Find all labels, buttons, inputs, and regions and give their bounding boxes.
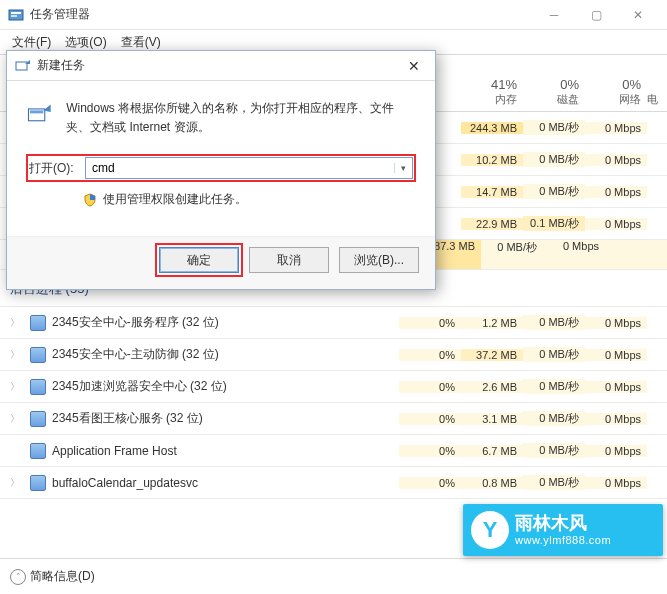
fewer-details-button[interactable]: ˄ 简略信息(D) xyxy=(10,568,95,585)
expand-icon[interactable]: 〉 xyxy=(10,348,24,362)
col-disk[interactable]: 0% 磁盘 xyxy=(523,77,585,111)
window-title: 任务管理器 xyxy=(30,6,533,23)
shield-icon xyxy=(83,193,97,207)
dialog-title: 新建任务 xyxy=(37,57,401,74)
process-table-bg: 〉2345安全中心-服务程序 (32 位) 0% 1.2 MB 0 MB/秒 0… xyxy=(0,307,667,499)
chevron-up-icon: ˄ xyxy=(10,569,26,585)
process-icon xyxy=(30,443,46,459)
admin-info: 使用管理权限创建此任务。 xyxy=(27,191,415,208)
process-name: 2345安全中心-主动防御 (32 位) xyxy=(52,346,219,363)
cancel-button[interactable]: 取消 xyxy=(249,247,329,273)
svg-rect-2 xyxy=(11,15,17,17)
open-input[interactable] xyxy=(86,158,394,178)
close-button[interactable]: ✕ xyxy=(617,0,659,30)
process-name: buffaloCalendar_updatesvc xyxy=(52,476,198,490)
svg-rect-5 xyxy=(30,110,43,113)
dialog-buttons: 确定 取消 浏览(B)... xyxy=(7,236,435,289)
expand-icon[interactable]: 〉 xyxy=(10,316,24,330)
process-name: 2345安全中心-服务程序 (32 位) xyxy=(52,314,219,331)
table-row[interactable]: 〉2345安全中心-服务程序 (32 位) 0% 1.2 MB 0 MB/秒 0… xyxy=(0,307,667,339)
table-row[interactable]: 〉Application Frame Host 0% 6.7 MB 0 MB/秒… xyxy=(0,435,667,467)
browse-button[interactable]: 浏览(B)... xyxy=(339,247,419,273)
expand-icon[interactable]: 〉 xyxy=(10,380,24,394)
table-row[interactable]: 〉2345安全中心-主动防御 (32 位) 0% 37.2 MB 0 MB/秒 … xyxy=(0,339,667,371)
process-icon xyxy=(30,379,46,395)
expand-icon[interactable]: 〉 xyxy=(10,476,24,490)
col-power-truncated[interactable]: 电 xyxy=(647,77,667,111)
window-titlebar: 任务管理器 ─ ▢ ✕ xyxy=(0,0,667,30)
process-icon xyxy=(30,475,46,491)
svg-rect-3 xyxy=(16,62,27,70)
run-dialog: 新建任务 ✕ Windows 将根据你所键入的名称，为你打开相应的程序、文件夹、… xyxy=(6,50,436,290)
ok-button[interactable]: 确定 xyxy=(159,247,239,273)
dialog-close-button[interactable]: ✕ xyxy=(401,58,427,74)
table-row[interactable]: 〉2345加速浏览器安全中心 (32 位) 0% 2.6 MB 0 MB/秒 0… xyxy=(0,371,667,403)
table-row[interactable]: 〉buffaloCalendar_updatesvc 0% 0.8 MB 0 M… xyxy=(0,467,667,499)
process-name: Application Frame Host xyxy=(52,444,177,458)
open-row-highlight: 打开(O): ▾ xyxy=(27,155,415,181)
brand-icon: Y xyxy=(471,511,509,549)
dialog-description: Windows 将根据你所键入的名称，为你打开相应的程序、文件夹、文档或 Int… xyxy=(66,99,415,137)
minimize-button[interactable]: ─ xyxy=(533,0,575,30)
col-memory[interactable]: 41% 内存 xyxy=(461,77,523,111)
footer: ˄ 简略信息(D) xyxy=(0,558,667,594)
process-icon xyxy=(30,347,46,363)
col-network[interactable]: 0% 网络 xyxy=(585,77,647,111)
svg-rect-1 xyxy=(11,12,21,14)
process-icon xyxy=(30,315,46,331)
process-icon xyxy=(30,411,46,427)
run-icon xyxy=(27,99,52,129)
watermark-logo: Y 雨林木风 www.ylmf888.com xyxy=(463,504,663,556)
open-combobox[interactable]: ▾ xyxy=(85,157,413,179)
process-name: 2345加速浏览器安全中心 (32 位) xyxy=(52,378,227,395)
table-row[interactable]: 〉2345看图王核心服务 (32 位) 0% 3.1 MB 0 MB/秒 0 M… xyxy=(0,403,667,435)
maximize-button[interactable]: ▢ xyxy=(575,0,617,30)
chevron-down-icon[interactable]: ▾ xyxy=(394,163,412,173)
expand-icon[interactable]: 〉 xyxy=(10,412,24,426)
open-label: 打开(O): xyxy=(29,160,79,177)
app-icon xyxy=(8,7,24,23)
run-dialog-icon xyxy=(15,58,31,74)
dialog-titlebar: 新建任务 ✕ xyxy=(7,51,435,81)
ok-highlight: 确定 xyxy=(159,247,239,273)
process-name: 2345看图王核心服务 (32 位) xyxy=(52,410,203,427)
